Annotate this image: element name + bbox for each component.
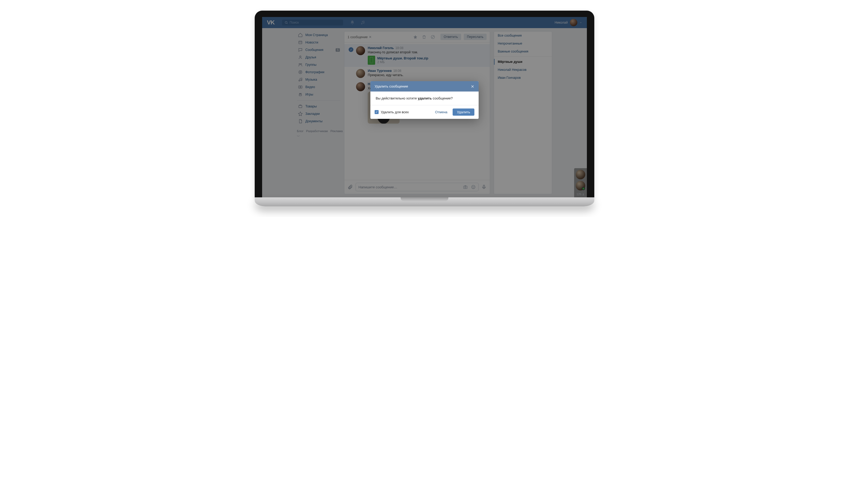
delete-message-modal: Удалить сообщение Вы действительно хотит… bbox=[371, 81, 478, 119]
modal-title: Удалить сообщение bbox=[375, 84, 408, 88]
laptop-mockup: VK Поиск Николай bbox=[255, 11, 594, 206]
checkbox-checked-icon: ✓ bbox=[375, 110, 379, 114]
modal-footer: ✓ Удалить для всех Отмена Удалить bbox=[371, 105, 478, 119]
cancel-button[interactable]: Отмена bbox=[432, 108, 450, 116]
checkbox-label: Удалить для всех bbox=[381, 110, 409, 114]
screen-bezel: VK Поиск Николай bbox=[255, 11, 594, 197]
delete-for-all-checkbox[interactable]: ✓ Удалить для всех bbox=[375, 110, 409, 114]
screen: VK Поиск Николай bbox=[262, 17, 587, 197]
confirm-delete-button[interactable]: Удалить bbox=[453, 108, 474, 116]
modal-body: Вы действительно хотите удалить сообщени… bbox=[371, 91, 478, 105]
close-icon[interactable] bbox=[471, 85, 474, 88]
modal-header: Удалить сообщение bbox=[371, 81, 478, 91]
laptop-base bbox=[255, 197, 594, 206]
